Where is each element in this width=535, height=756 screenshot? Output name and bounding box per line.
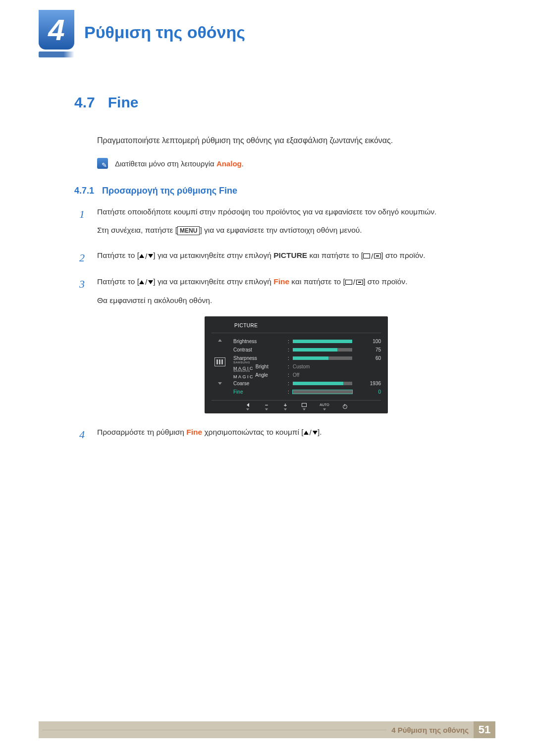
enter-icon (374, 253, 381, 258)
magic-tail: Bright (254, 363, 268, 369)
osd-nav-left (240, 403, 255, 410)
step-4-c: ]. (318, 428, 322, 436)
colon: : (288, 362, 293, 371)
up-down-icon: / (139, 275, 153, 289)
osd-textvalue: Custom (293, 362, 310, 371)
marker-icon (323, 408, 326, 410)
osd-bar (293, 340, 352, 343)
step-2: 2 Πατήστε το [/] για να μετακινηθείτε στ… (79, 249, 495, 274)
minus-icon: − (265, 403, 268, 407)
step-number: 4 (79, 425, 85, 445)
content: 4.7 Fine Πραγματοποιήστε λεπτομερή ρύθμι… (74, 94, 495, 451)
step-2-d: ] στο προϊόν. (381, 251, 425, 259)
triangle-up-icon (304, 431, 309, 435)
osd-nav-enter (297, 403, 312, 410)
section-heading: 4.7 Fine (74, 94, 495, 111)
step-3-a: Πατήστε το [ (97, 277, 139, 286)
magic-text: MAGIC (233, 374, 254, 379)
osd-bar-fill (293, 348, 337, 352)
chapter-number-badge: 4 (39, 10, 74, 50)
scroll-down-icon (218, 382, 222, 385)
osd-label: Coarse (233, 379, 288, 388)
page: 4 Ρύθμιση της οθόνης 4.7 Fine Πραγματοπο… (0, 0, 535, 756)
section-lead: Πραγματοποιήστε λεπτομερή ρύθμιση της οθ… (97, 134, 495, 147)
step-4: 4 Προσαρμόστε τη ρύθμιση Fine χρησιμοποι… (79, 425, 495, 451)
note-bold: Analog (216, 159, 242, 168)
osd-row-coarse: Coarse: 1936 (233, 379, 381, 388)
steps-list: 1 Πατήστε οποιοδήποτε κουμπί στην πρόσοψ… (79, 205, 495, 451)
scroll-up-icon (218, 339, 222, 342)
return-icon (302, 403, 307, 407)
subsection-heading: 4.7.1 Προσαρμογή της ρύθμισης Fine (74, 186, 495, 196)
step-number: 1 (79, 205, 85, 224)
osd-nav-plus: + (278, 403, 293, 410)
enter-icon (356, 280, 363, 285)
osd-panel: PICTURE Brightness: 100 (205, 316, 388, 414)
rect-icon (363, 253, 370, 258)
colon: : (288, 337, 293, 346)
triangle-up-icon (139, 280, 144, 284)
osd-bar (293, 356, 352, 360)
osd-value: 100 (352, 337, 381, 346)
step-1-text: Πατήστε οποιοδήποτε κουμπί στην πρόσοψη … (97, 207, 436, 216)
osd-value: 0 (352, 388, 381, 397)
note-text: Διατίθεται μόνο στη λειτουργία Analog. (115, 159, 244, 168)
auto-label: AUTO (320, 402, 329, 408)
osd-row-contrast: Contrast: 75 (233, 346, 381, 354)
step-number: 2 (79, 249, 85, 268)
triangle-down-icon (148, 280, 153, 284)
fine-bold: Fine (186, 428, 202, 436)
osd-label: Brightness (233, 337, 288, 346)
section-title: Fine (108, 94, 139, 111)
osd-label: Fine (233, 388, 288, 397)
picture-menu-icon (214, 357, 225, 366)
osd-nav-power (337, 404, 352, 409)
note-icon (97, 158, 108, 169)
magic-sup: SAMSUNG (233, 369, 254, 372)
picture-bold: PICTURE (273, 251, 307, 259)
osd-bar-fill (293, 340, 352, 343)
section-number: 4.7 (74, 94, 95, 111)
step-1: 1 Πατήστε οποιοδήποτε κουμπί στην πρόσοψ… (79, 205, 495, 249)
step-2-c: και πατήστε το [ (307, 251, 363, 259)
step-3-b: ] για να μετακινηθείτε στην επιλογή (153, 277, 273, 286)
up-down-icon: / (304, 426, 318, 439)
marker-icon (246, 408, 249, 410)
source-enter-icon: / (345, 275, 363, 289)
footer-label: 4 Ρύθμιση της οθόνης (391, 726, 474, 734)
osd-value: 60 (352, 354, 381, 363)
osd-footer: − + AUTO (212, 400, 381, 410)
colon: : (288, 354, 293, 363)
subsection-number: 4.7.1 (74, 186, 94, 196)
osd-title: PICTURE (212, 321, 381, 334)
triangle-up-icon (139, 254, 144, 258)
page-title: Ρύθμιση της οθόνης (84, 23, 245, 42)
osd-bar (293, 390, 352, 394)
page-footer: 4 Ρύθμιση της οθόνης 51 (39, 721, 495, 738)
step-2-a: Πατήστε το [ (97, 251, 139, 259)
osd-bar-fill (293, 382, 343, 385)
osd-nav-auto: AUTO (316, 403, 333, 410)
osd-bar (293, 382, 352, 385)
osd-bar-fill (293, 356, 328, 360)
step-3-d: ] στο προϊόν. (363, 277, 407, 286)
osd-bar (293, 348, 352, 352)
marker-icon (303, 408, 306, 410)
triangle-left-icon (247, 403, 249, 407)
marker-icon (284, 408, 287, 410)
note-suffix: . (242, 159, 244, 168)
osd-value: 75 (352, 346, 381, 354)
step-number: 3 (79, 275, 85, 294)
colon: : (288, 371, 293, 380)
fine-bold: Fine (273, 277, 289, 286)
step-1-sub-a: Στη συνέχεια, πατήστε [ (97, 226, 177, 234)
colon: : (288, 346, 293, 354)
osd-body: Brightness: 100 Contrast: 75 Sharpness: (212, 333, 381, 396)
osd-label: Contrast (233, 346, 288, 354)
step-4-a: Προσαρμόστε τη ρύθμιση (97, 428, 186, 436)
step-1-sub: Στη συνέχεια, πατήστε [MENU] για να εμφα… (97, 223, 495, 237)
power-icon (343, 404, 347, 409)
step-3-c: και πατήστε το [ (289, 277, 345, 286)
footer-page-number: 51 (474, 721, 495, 738)
footer-line (43, 730, 386, 730)
